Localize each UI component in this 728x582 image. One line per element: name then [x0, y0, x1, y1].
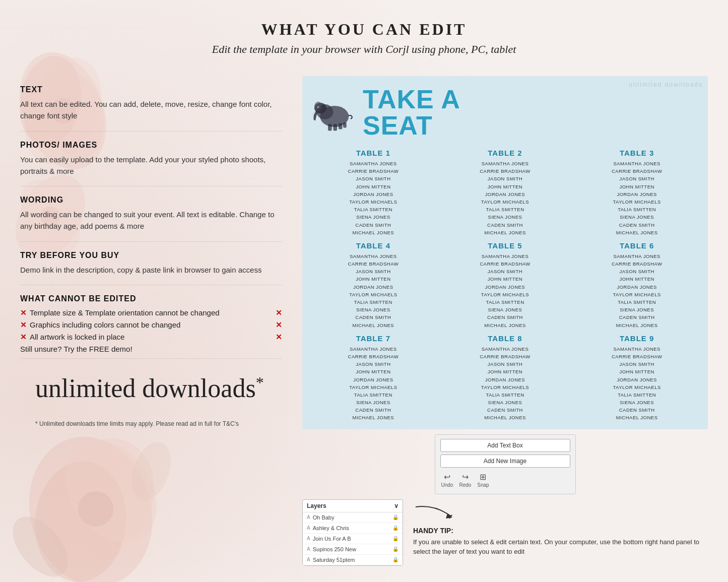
table-names: SAMANTHA JONES CARRIE BRADSHAW JASON SMI…	[310, 345, 437, 422]
svg-point-24	[317, 106, 318, 107]
table-block: TABLE 4SAMANTHA JONES CARRIE BRADSHAW JA…	[310, 241, 437, 329]
handy-tip-label: HANDY TIP:	[413, 527, 708, 535]
seating-chart-card: unlimited downloads	[302, 76, 708, 429]
table-title: TABLE 9	[573, 334, 700, 343]
layer-label: Saturday 51ptem	[313, 557, 355, 563]
cannot-edit-section: WHAT CANNOT BE EDITED ✕ Template size & …	[20, 285, 282, 359]
page-subtitle: Edit the template in your browser with C…	[10, 43, 718, 56]
main-layout: TEXT All text can be edited. You can add…	[0, 66, 728, 576]
wording-section: WORDING All wording can be changed to su…	[20, 186, 282, 242]
table-title: TABLE 5	[442, 241, 569, 250]
svg-rect-21	[339, 123, 343, 129]
layers-list: A Oh Baby 🔒 A Ashley & Chris 🔒 A Join Us…	[303, 512, 403, 565]
watermark-text: unlimited downloads	[629, 81, 703, 88]
table-block: TABLE 2SAMANTHA JONES CARRIE BRADSHAW JA…	[442, 149, 569, 236]
layer-item[interactable]: A Supinos 250 New 🔒	[303, 544, 403, 555]
page-wrapper: WHAT YOU CAN EDIT Edit the template in y…	[0, 0, 728, 576]
table-title: TABLE 2	[442, 149, 569, 157]
x-mark-3: ✕	[20, 333, 27, 342]
table-block: TABLE 8SAMANTHA JONES CARRIE BRADSHAW JA…	[442, 334, 569, 422]
cannot-edit-item-3: ✕ All artwork is locked in place ✕	[20, 333, 282, 342]
layers-panel: Layers ∨ A Oh Baby 🔒 A Ashley & Chris 🔒 …	[302, 499, 403, 566]
svg-rect-22	[343, 122, 347, 128]
add-text-box-button[interactable]: Add Text Box	[440, 439, 570, 452]
x-mark-2-end: ✕	[276, 320, 282, 330]
x-mark-1-end: ✕	[276, 308, 282, 317]
layer-type-icon: A	[307, 514, 310, 520]
layer-lock-icon: 🔒	[392, 536, 399, 541]
wording-section-title: WORDING	[20, 196, 282, 205]
table-names: SAMANTHA JONES CARRIE BRADSHAW JASON SMI…	[310, 160, 437, 236]
left-column: TEXT All text can be edited. You can add…	[20, 76, 302, 427]
layer-lock-icon: 🔒	[392, 546, 399, 552]
table-title: TABLE 1	[310, 149, 437, 157]
take-a-seat-title: TAKE A SEAT	[363, 86, 460, 139]
layer-item[interactable]: A Ashley & Chris 🔒	[303, 523, 403, 534]
unlimited-text: unlimited downloads*	[35, 374, 282, 403]
photos-section-body: You can easily upload to the template. A…	[20, 154, 282, 177]
photos-section-title: PHOTOS/ IMAGES	[20, 141, 282, 150]
text-section-title: TEXT	[20, 85, 282, 94]
add-new-image-button[interactable]: Add New Image	[440, 455, 570, 468]
layer-item[interactable]: A Oh Baby 🔒	[303, 512, 403, 523]
layer-item[interactable]: A Saturday 51ptem 🔒	[303, 555, 403, 565]
photos-section: PHOTOS/ IMAGES You can easily upload to …	[20, 132, 282, 187]
layer-lock-icon: 🔒	[392, 525, 399, 531]
table-title: TABLE 7	[310, 334, 437, 343]
table-names: SAMANTHA JONES CARRIE BRADSHAW JASON SMI…	[442, 160, 569, 236]
layer-lock-icon: 🔒	[392, 514, 399, 520]
svg-rect-20	[334, 124, 338, 131]
layer-item[interactable]: A Join Us For A B 🔒	[303, 534, 403, 544]
table-names: SAMANTHA JONES CARRIE BRADSHAW JASON SMI…	[310, 252, 437, 329]
cannot-edit-text-2: Graphics including colors cannot be chan…	[30, 320, 273, 329]
layers-chevron-icon[interactable]: ∨	[394, 502, 399, 509]
table-names: SAMANTHA JONES CARRIE BRADSHAW JASON SMI…	[573, 160, 700, 236]
bottom-section: Layers ∨ A Oh Baby 🔒 A Ashley & Chris 🔒 …	[302, 499, 708, 566]
table-title: TABLE 8	[442, 334, 569, 343]
wording-section-body: All wording can be changed to suit your …	[20, 209, 282, 232]
right-column: unlimited downloads	[302, 76, 708, 566]
layer-lock-icon: 🔒	[392, 557, 399, 562]
x-mark-1: ✕	[20, 308, 27, 317]
tables-grid: TABLE 1SAMANTHA JONES CARRIE BRADSHAW JA…	[310, 149, 700, 422]
table-block: TABLE 6SAMANTHA JONES CARRIE BRADSHAW JA…	[573, 241, 700, 329]
table-block: TABLE 9SAMANTHA JONES CARRIE BRADSHAW JA…	[573, 334, 700, 422]
disclaimer-text: * Unlimited downloads time limits may ap…	[20, 420, 282, 427]
layer-label: Ashley & Chris	[313, 525, 349, 531]
try-section-body: Demo link in the description, copy & pas…	[20, 264, 282, 276]
layer-label: Oh Baby	[313, 514, 335, 521]
layer-type-icon: A	[307, 557, 310, 562]
undo-action[interactable]: ↩ Undo	[441, 472, 453, 488]
try-section: TRY BEFORE YOU BUY Demo link in the desc…	[20, 242, 282, 285]
table-block: TABLE 5SAMANTHA JONES CARRIE BRADSHAW JA…	[442, 241, 569, 329]
snap-action[interactable]: ⊞ Snap	[477, 472, 489, 488]
handy-tip-arrow	[413, 504, 453, 525]
layers-panel-header: Layers ∨	[303, 500, 403, 512]
unlimited-section: unlimited downloads*	[20, 359, 282, 413]
text-section: TEXT All text can be edited. You can add…	[20, 76, 282, 132]
try-section-title: TRY BEFORE YOU BUY	[20, 251, 282, 260]
redo-action[interactable]: ↪ Redo	[459, 472, 471, 488]
layer-type-icon: A	[307, 546, 310, 552]
handy-tip-section: HANDY TIP: If you are unable to select &…	[408, 499, 708, 557]
seating-header: TAKE A SEAT	[310, 86, 700, 139]
table-title: TABLE 6	[573, 241, 700, 250]
cannot-edit-text-1: Template size & Template orientation can…	[30, 308, 273, 317]
x-mark-2: ✕	[20, 320, 27, 330]
undo-icon: ↩	[444, 472, 450, 482]
text-section-body: All text can be edited. You can add, del…	[20, 98, 282, 122]
layer-label: Supinos 250 New	[313, 546, 356, 552]
x-mark-3-end: ✕	[276, 333, 282, 342]
table-block: TABLE 1SAMANTHA JONES CARRIE BRADSHAW JA…	[310, 149, 437, 236]
table-names: SAMANTHA JONES CARRIE BRADSHAW JASON SMI…	[573, 345, 700, 422]
elephant-icon	[310, 94, 355, 132]
layer-type-icon: A	[307, 525, 310, 531]
table-block: TABLE 7SAMANTHA JONES CARRIE BRADSHAW JA…	[310, 334, 437, 422]
cannot-edit-item-1: ✕ Template size & Template orientation c…	[20, 308, 282, 317]
layer-label: Join Us For A B	[313, 536, 351, 542]
svg-rect-19	[328, 124, 332, 131]
table-title: TABLE 4	[310, 241, 437, 250]
table-names: SAMANTHA JONES CARRIE BRADSHAW JASON SMI…	[442, 345, 569, 422]
cannot-edit-item-2: ✕ Graphics including colors cannot be ch…	[20, 320, 282, 330]
corjl-actions-bar: ↩ Undo ↪ Redo ⊞ Snap	[440, 470, 570, 490]
